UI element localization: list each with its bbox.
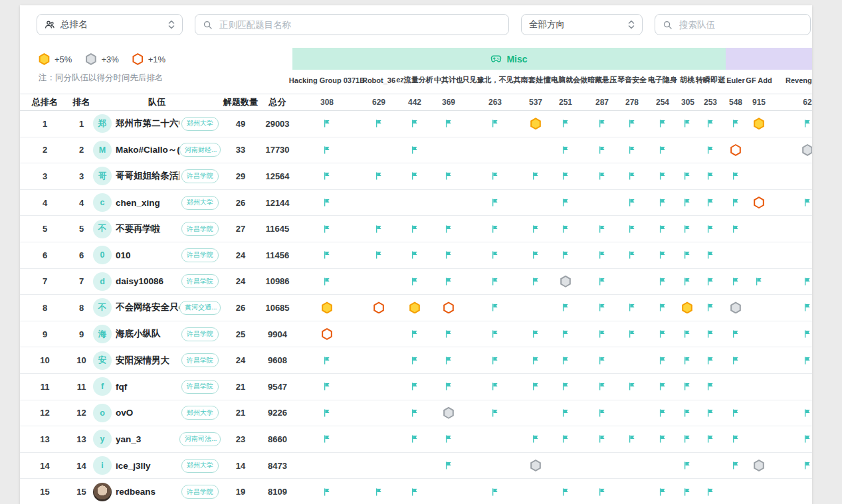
flag-icon [322,250,332,260]
team-row[interactable]: 11 11 f fqf 许昌学院 21 9547 [20,374,812,400]
solve-cell [398,356,431,365]
solve-cell [360,224,398,234]
team-row[interactable]: 12 12 o ovO 郑州大学 21 9226 [20,400,812,427]
team-row[interactable]: 5 5 不 不要再学啦 许昌学院 27 11645 [20,216,812,242]
chevron-updown-icon [168,20,175,29]
solve-cell [524,250,547,260]
challenge-column-header[interactable]: 中其计也 [431,75,466,85]
org-badge: 郑州大学 [179,117,221,131]
team-row[interactable]: 1 1 郑 郑州市第二十六中附 郑州大学 49 29003 [20,111,812,137]
legend-item: +3% [85,53,118,65]
flag-icon [561,329,570,339]
team-row[interactable]: 7 7 d daisy10086 许昌学院 24 10986 [20,269,812,295]
overall-rank-cell: 6 [20,250,70,260]
solve-cell [524,434,547,444]
challenge-column-header[interactable]: Euler [728,75,744,85]
team-row[interactable]: 10 10 安 安阳深情男大 许昌学院 24 9608 [20,347,812,374]
challenge-column-header[interactable]: 胡桃 [681,75,693,85]
solve-cell [620,303,644,312]
team-search-input[interactable] [678,19,803,31]
flag-icon [658,303,667,312]
team-row[interactable]: 6 6 0 010 许昌学院 24 11456 [20,242,812,269]
challenge-column-header[interactable]: 只见豫北，不见其南 [466,75,524,85]
team-row[interactable]: 4 4 c chen_xing 郑州大学 26 12144 [20,190,812,216]
solve-cells [294,328,812,340]
team-name[interactable]: 010 [116,250,179,260]
team-name[interactable]: 郑州市第二十六中附 [116,118,179,129]
flag-icon [627,224,637,234]
solve-cell [466,224,524,234]
challenge-search-input[interactable] [218,19,501,31]
challenge-column-header[interactable]: Robot_36 [360,75,398,85]
challenge-column-header[interactable]: Revenge of t [774,75,812,85]
challenge-column-header[interactable]: 懂电脑就会做 [547,75,584,85]
solve-cell [620,171,644,181]
flag-icon [490,356,500,365]
rank-cell: 11 [70,382,93,392]
team-name[interactable]: 不要再学啦 [116,223,179,235]
team-row[interactable]: 2 2 M Mako#Ciallo～(∠・ 河南财经... 33 17730 [20,137,812,164]
challenge-column-header[interactable]: 转瞬即逝 [693,75,728,85]
solve-cell [294,224,360,234]
team-row[interactable]: 8 8 不 不会网络安全只会X 黄河交通... 26 10685 [20,295,812,321]
flag-icon [658,408,667,418]
solve-cell [294,250,360,260]
team-name[interactable]: 安阳深情男大 [116,355,179,367]
org-badge: 郑州大学 [179,196,221,210]
solved-count-cell: 25 [221,329,261,339]
solve-cell [728,434,744,444]
flag-icon [410,329,419,339]
team-name[interactable]: ovO [116,408,179,418]
challenge-column-header[interactable]: GF Add [744,75,774,85]
flag-icon [731,277,740,286]
team-name[interactable]: 海底小纵队 [116,328,179,340]
flag-icon [658,434,667,444]
team-name[interactable]: fqf [116,382,179,392]
solve-cell [693,145,728,155]
team-name[interactable]: yan_3 [116,434,179,444]
team-row[interactable]: 3 3 哥 哥哥姐姐给条活路 许昌学院 29 12564 [20,163,812,190]
ranking-mode-select[interactable]: 总排名 [37,14,183,35]
team-name[interactable]: 不会网络安全只会X [116,301,179,313]
legend-item: +5% [39,53,72,65]
team-row[interactable]: 15 15 redbeans 许昌学院 19 8109 [20,479,812,504]
solve-cell [693,434,728,444]
team-name[interactable]: 哥哥姐姐给条活路 [116,170,179,182]
flag-icon [410,356,419,365]
avatar: M [93,141,112,159]
solve-cell [693,250,728,260]
flag-icon [561,303,570,312]
solve-cell [728,171,744,181]
solve-cell [681,171,693,181]
challenge-score: 537 [524,98,547,107]
challenge-column-header[interactable]: 琴音安全 [620,75,644,85]
team-name[interactable]: daisy10086 [116,276,179,286]
challenge-column-header[interactable]: 电子隐身 [644,75,681,85]
flag-icon [490,171,500,181]
flag-icon [531,382,540,391]
solve-cell [524,171,547,181]
solve-cell [644,198,681,207]
team-name[interactable]: Mako#Ciallo～(∠・ [116,144,179,156]
solve-cell [584,303,620,312]
challenge-column-header[interactable]: ez流量分析 [398,75,431,85]
team-name[interactable]: ice_j3lly [116,461,179,471]
solve-cell [693,382,728,391]
flag-icon [490,277,500,286]
challenge-column-header[interactable]: Hacking Group 0371B [294,75,360,85]
solve-cell [728,301,744,313]
category-select[interactable]: 全部方向 [521,14,643,35]
flag-icon [803,461,812,470]
flag-icon [597,408,607,418]
challenge-column-header[interactable]: 暗藏悬压 [584,75,620,85]
team-row[interactable]: 9 9 海 海底小纵队 许昌学院 25 9904 [20,321,812,348]
team-name[interactable]: redbeans [116,487,179,497]
overall-rank-cell: 2 [20,145,70,155]
team-row[interactable]: 13 13 y yan_3 河南司法... 23 8660 [20,426,812,453]
solve-cell [547,434,584,444]
team-row[interactable]: 14 14 i ice_j3lly 郑州大学 14 8473 [20,453,812,479]
solve-cell [681,382,693,391]
solve-cell [681,119,693,128]
team-name[interactable]: chen_xing [116,198,179,208]
solve-cell [547,171,584,181]
